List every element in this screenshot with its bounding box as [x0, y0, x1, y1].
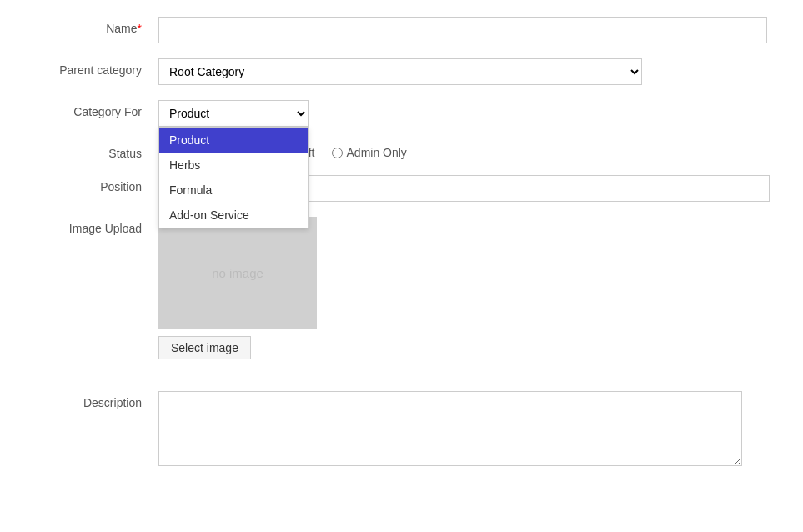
image-upload-row: Image Upload no image Select image — [33, 217, 770, 359]
category-for-dropdown: Product Herbs Formula Add-on Service — [158, 127, 309, 228]
image-upload-wrapper: no image Select image — [158, 217, 770, 359]
position-label: Position — [33, 175, 158, 193]
name-label: Name* — [33, 17, 158, 35]
parent-category-wrapper: Root Category Category 1 Category 2 — [158, 58, 770, 85]
dropdown-item-addon[interactable]: Add-on Service — [159, 203, 308, 228]
category-for-select[interactable]: Product Herbs Formula Add-on Service — [158, 100, 309, 127]
status-radio-admin-only[interactable] — [332, 148, 343, 158]
image-preview-box: no image — [158, 217, 317, 329]
status-admin-only[interactable]: Admin Only — [332, 146, 407, 159]
no-image-text: no image — [212, 266, 263, 280]
parent-category-row: Parent category Root Category Category 1… — [33, 58, 770, 85]
dropdown-item-formula[interactable]: Formula — [159, 178, 308, 203]
dropdown-item-herbs[interactable]: Herbs — [159, 153, 308, 178]
name-row: Name* — [33, 17, 770, 43]
select-image-button[interactable]: Select image — [158, 336, 251, 359]
image-upload-label: Image Upload — [33, 217, 158, 235]
description-wrapper — [158, 391, 770, 469]
status-label: Status — [33, 142, 158, 160]
parent-category-select[interactable]: Root Category Category 1 Category 2 — [158, 58, 642, 85]
description-textarea[interactable] — [158, 391, 742, 466]
category-for-label: Category For — [33, 100, 158, 118]
status-row: Status Pending Review Draft Admin Only — [33, 142, 770, 160]
name-input[interactable] — [158, 17, 767, 43]
category-for-wrapper: Product Herbs Formula Add-on Service Pro… — [158, 100, 309, 127]
parent-category-label: Parent category — [33, 58, 158, 77]
dropdown-item-product[interactable]: Product — [159, 128, 308, 153]
description-label: Description — [33, 391, 158, 409]
description-row: Description — [33, 391, 770, 469]
position-row: Position — [33, 175, 770, 202]
name-input-wrapper — [158, 17, 770, 43]
category-for-row: Category For Product Herbs Formula Add-o… — [33, 100, 770, 127]
